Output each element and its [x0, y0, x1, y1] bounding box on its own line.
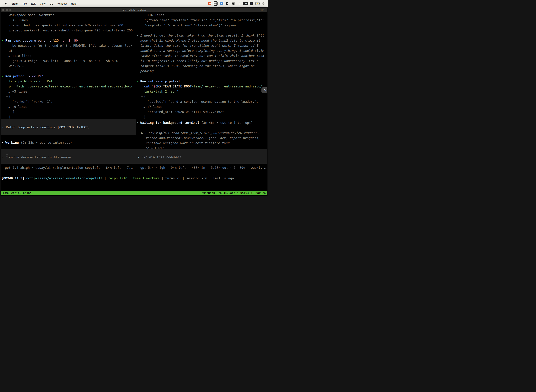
command-code-line: cat "$OMX_TEAM_STATE_ROOT/team/review-cu…	[144, 84, 262, 89]
command-output-line: at	[9, 48, 13, 53]
right-pane-bottom-border	[136, 172, 267, 172]
thinking-text: later. Using the same for transition mig…	[140, 43, 258, 48]
ran-command-set: •Ran set -euo pipefail	[137, 79, 180, 84]
wifi-icon[interactable]	[261, 1, 266, 6]
json-output-line: {	[9, 94, 11, 99]
minimize-button[interactable]	[6, 9, 8, 11]
prompt-placeholder: Explain this codebase	[139, 155, 182, 159]
pane-divider[interactable]	[136, 12, 136, 172]
menu-bar-left: Slack File Edit View Go Window Help	[0, 1, 78, 6]
thinking-text: pending.	[140, 69, 156, 74]
json-output-line: }	[9, 114, 11, 119]
screen: Slack File Edit View Go Window Help ..61…	[0, 0, 268, 196]
menu-file[interactable]: File	[21, 2, 29, 6]
window-title-bar[interactable]: omx --xhigh --madmax ⌥⌘1	[1, 8, 267, 12]
prompt-chevron-icon: ›	[138, 155, 139, 159]
menu-window[interactable]: Window	[56, 2, 69, 6]
mailbox-message: ↳ 1 new msg(s): read $OMX_TEAM_STATE_ROO…	[141, 130, 259, 135]
json-output-line: }	[144, 114, 146, 119]
apple-menu[interactable]	[3, 1, 9, 6]
menu-app-name[interactable]: Slack	[10, 2, 20, 6]
command-output-line: be necessary for the end of the README. …	[12, 43, 132, 48]
menu-edit[interactable]: Edit	[29, 2, 37, 6]
json-output-line: "subject": "send a concise recommendatio…	[148, 99, 258, 104]
output-gutter-line	[6, 79, 8, 97]
edit-shortcut-hint: ⌥ + ↑ edit	[146, 146, 164, 151]
tmux-session-name[interactable]: [omx-cczip0:bash*	[3, 191, 31, 195]
arrow-icon: ↳	[141, 131, 145, 135]
collapsed-lines-indicator[interactable]: … +9 lines	[9, 104, 27, 109]
crescent-app-icon[interactable]	[225, 1, 230, 6]
window-shortcut-hint: ⌥⌘1	[258, 9, 265, 11]
waiting-status: •Waiting for background terminal (3m 46s…	[137, 120, 253, 125]
window-title: omx --xhigh --madmax	[122, 9, 146, 11]
battery-icon[interactable]: ⚡	[255, 1, 259, 6]
working-status: •Working (6m 38s • esc to interrupt)	[1, 140, 72, 145]
keypad-icon[interactable]	[214, 1, 218, 6]
mailbox-message: continue assigned work or next feasible …	[146, 140, 232, 146]
prompt-placeholder: mprove documentation in @filename	[8, 155, 71, 159]
right-pane-status-line: gpt-5.4 xhigh · 94% left · 488K in · 5.1…	[140, 165, 266, 170]
bullet-icon: •	[137, 79, 139, 83]
zoom-button[interactable]	[9, 9, 11, 11]
bullet-icon: •	[1, 74, 3, 78]
chat-app-icon[interactable]	[207, 1, 212, 6]
menu-view[interactable]: View	[38, 2, 47, 6]
right-prompt-input[interactable]: ›Explain this codebase	[138, 154, 182, 160]
left-prompt-input[interactable]: ›Improve documentation in @filename	[2, 154, 71, 160]
count-badge-icon[interactable]: ..61	[243, 1, 248, 6]
thinking-text: task2 after task1 is complete, but can I…	[140, 53, 264, 58]
collapsed-lines-indicator[interactable]: … +7 lines	[144, 104, 163, 109]
bullet-icon: •	[1, 39, 3, 42]
ran-command-python: •Ran python3 - <<'PY'	[1, 74, 44, 79]
bullet-icon: •	[137, 33, 139, 37]
json-output-line: ]	[13, 109, 14, 114]
menu-help[interactable]: Help	[69, 2, 78, 6]
collapsed-lines-indicator[interactable]: … +9 lines	[9, 18, 28, 23]
input-source-icon[interactable]: A	[249, 1, 254, 6]
collapsed-lines-indicator[interactable]: … +16 lines	[144, 13, 164, 18]
json-output-line: "worker": "worker-1",	[13, 99, 53, 104]
dots-grid-icon[interactable]	[231, 1, 236, 6]
config-line: workspace_mode: worktree	[9, 13, 54, 18]
output-gutter-corner	[6, 44, 8, 46]
config-line: inspect_hud: omx sparkshell --tmux-pane …	[9, 23, 123, 28]
tmux-host-clock: "MacBook-Pro-44.local" 05:03 31-Mar-26	[201, 191, 266, 195]
traffic-lights	[2, 8, 11, 12]
config-line: inspect_worker-1: omx sparkshell --tmux-…	[9, 28, 133, 33]
thinking-text: keep that in mind. Maybe I also need the…	[140, 38, 260, 43]
tmux-status-bar: [omx-cczip0:bash* "MacBook-Pro-44.local"…	[1, 191, 267, 195]
thinking-text: •I need to get the claim token from the …	[137, 33, 264, 38]
mailbox-message: readme-and-reco/mailbox/worker-1.json, a…	[146, 135, 260, 140]
close-button[interactable]	[2, 9, 5, 11]
thinking-text: inspect task2's JSON, focusing on the st…	[140, 63, 255, 69]
bullet-icon: •	[1, 141, 3, 144]
heredoc-code-line: p = Path('.omx/state/team/review-current…	[9, 84, 133, 89]
collapsed-lines-indicator[interactable]: … +3 lines	[9, 89, 27, 94]
terminal-window: omx --xhigh --madmax ⌥⌘1 workspace_mode:…	[1, 8, 267, 196]
command-arg-line: "completed","claim_token":"claim-token"}…	[144, 23, 236, 28]
thinking-text: is in progress? It seems likely but perh…	[140, 58, 258, 63]
omx-session-status: [OMX#0.11.9] cczip/essay/ai-reimplementa…	[1, 176, 234, 181]
json-output-line: {	[144, 94, 146, 99]
command-code-line: tasks/task-2.json"	[144, 89, 178, 94]
usage-stats-line: weekly …	[9, 63, 24, 69]
prompt-chevron-icon: ›	[2, 155, 4, 159]
thinking-text: should send a message before completing …	[140, 48, 264, 53]
usage-stats-line: gpt-5.4 xhigh · 94% left · 488K in · 5.1…	[13, 58, 121, 63]
json-output-line: "created_at": "2026-03-31T11:59:27.816Z"	[148, 109, 224, 114]
ralph-loop-notice: ›Ralph loop active continue [OMX_TMUX_IN…	[2, 125, 90, 130]
bullet-icon: •	[137, 121, 139, 125]
menu-bar-status-icons: ..61 A ⚡	[207, 1, 268, 6]
output-gutter-line	[141, 84, 143, 97]
menu-bar: Slack File Edit View Go Window Help ..61…	[0, 0, 268, 7]
left-pane-status-line: gpt-5.4 xhigh · essay/ai-reimplementatio…	[5, 165, 133, 170]
left-pane-bottom-border	[1, 172, 136, 172]
ran-command-tmux: •Ran tmux capture-pane -t %25 -p -S -80	[1, 38, 78, 43]
hook-icon[interactable]	[237, 1, 242, 6]
screen-share-tooltip: Scre	[262, 88, 267, 93]
menu-go[interactable]: Go	[48, 2, 55, 6]
bolt-badge-icon[interactable]	[220, 1, 224, 6]
collapsed-lines-indicator[interactable]: … +110 lines	[9, 53, 31, 58]
terminal-content: workspace_mode: worktree … +9 lines insp…	[1, 12, 267, 196]
